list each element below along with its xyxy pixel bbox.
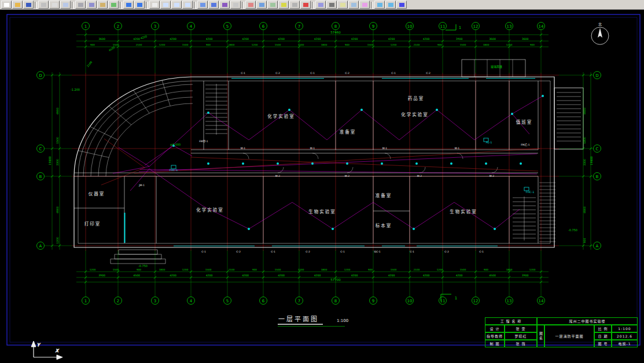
undo-icon[interactable] [123,1,134,9]
room-label: 准备室 [376,192,392,198]
dim-text: 1200 [90,268,96,271]
zoom-realtime-icon[interactable] [160,1,171,9]
properties-icon[interactable] [197,1,208,9]
opening-tag: M-2 [275,175,281,177]
dim-text: 1500 [460,43,466,46]
dim-text: 4200 [423,38,430,40]
layers-glyph [281,3,286,7]
axis-number: 4 [190,24,193,29]
dim-text: 4200 [388,38,395,40]
note-text: 玻璃雨篷 [491,65,502,69]
toolbar-separator [371,2,373,9]
text-style-icon[interactable] [337,1,348,9]
axis-number: 9 [372,299,374,303]
dim-text: 1500 [460,268,466,271]
dim-text: 3600 [489,38,496,40]
dim-style-icon[interactable] [348,1,359,9]
help-icon[interactable] [396,1,407,9]
room-label: 准备室 [340,129,356,135]
room-label: 打印室 [84,221,101,227]
dim-text: 1200 [56,237,59,244]
dim-text: 3900 [456,38,463,40]
tool-palettes-icon[interactable] [219,1,230,9]
dim-text: 6900 [56,206,59,213]
axis-number: 14 [539,299,544,303]
pan-icon[interactable] [149,1,160,9]
tb-drawing-name: 一层消防平面图 [544,325,594,347]
dim-text: 3900 [98,274,105,277]
dim-text: 1200 [437,268,443,271]
copy-icon[interactable] [86,1,97,9]
layer-states-icon[interactable] [289,1,300,9]
dim-total: 19800 [590,156,593,165]
dim-text: 2100 [136,43,142,46]
lineweight-glyph [329,3,334,7]
dim-text: 6900 [56,108,59,114]
zoom-previous-icon[interactable] [182,1,193,9]
plot-icon[interactable] [38,1,49,9]
osnap-icon[interactable] [359,1,370,9]
match-properties-icon[interactable] [108,1,119,9]
new-icon[interactable] [1,1,12,9]
dim-text: 900 [484,268,488,271]
opening-tag: C-1 [271,250,275,253]
tb-date-value: 2012.6 [612,332,638,340]
opening-tag: C-1 [310,72,315,75]
block-editor-icon[interactable] [256,1,267,9]
tb-row-value: 张 雯 [505,325,537,332]
axis-letter: C [596,147,599,151]
grid-display-icon[interactable] [374,1,385,9]
axis-number: 13 [507,299,512,303]
sheet-set-icon[interactable] [230,1,241,9]
markup-icon[interactable] [245,1,256,9]
elevation-mark: -1.200 [71,88,80,91]
table-icon[interactable] [267,1,278,9]
lineweight-icon[interactable] [326,1,337,9]
ortho-icon[interactable] [385,1,396,9]
zoom-realtime-glyph [163,3,168,7]
axis-number: 11 [440,299,446,303]
dim-text: 1500 [275,43,281,46]
toolbar-separator [120,2,122,9]
dim-total: 57460 [330,31,341,34]
dim-text: 1200 [298,43,304,46]
opening-tag: M-1 [382,147,388,150]
axis-number: 2 [117,24,119,29]
opening-tag: M-2 [417,175,422,177]
cut-icon[interactable] [75,1,86,9]
ortho-glyph [388,3,393,7]
layers-icon[interactable] [278,1,289,9]
dim-text: 900 [206,43,211,46]
opening-tag: C-2 [426,72,430,75]
paste-icon[interactable] [97,1,108,9]
publish-icon[interactable] [60,1,71,9]
axis-letter: A [39,244,42,249]
drawing-canvas[interactable]: 北 一层平面图 1:100 X Y 1122334455667788991010… [0,10,644,363]
open-icon[interactable] [12,1,23,9]
opening-tag: M-1 [455,147,460,150]
pan-glyph [152,3,157,7]
designcenter-icon[interactable] [208,1,219,9]
dim-text: 1800 [159,268,165,271]
axis-number: 10 [407,24,413,29]
axis-letter: D [595,73,598,78]
axis-letter: D [39,73,42,78]
dim-text: 1200 [506,43,513,46]
zoom-window-icon[interactable] [171,1,182,9]
dim-text: 900 [90,43,95,46]
axis-number: 2 [117,299,119,303]
redo-icon[interactable] [134,1,145,9]
tb-row-label: 指导教师 [485,332,505,340]
linetype-icon[interactable] [315,1,326,9]
room-label: 仪器室 [89,191,105,197]
axis-number: 11 [440,24,446,29]
ucs-x-label: X [56,349,59,353]
plot-preview-icon[interactable] [49,1,60,9]
fire-devices [172,95,544,230]
door-swings [243,153,498,173]
elevation-mark: -0.750 [138,264,148,268]
curved-facade [78,80,193,176]
axis-number: 5 [226,24,229,29]
save-icon[interactable] [23,1,34,9]
color-control-icon[interactable] [300,1,311,9]
